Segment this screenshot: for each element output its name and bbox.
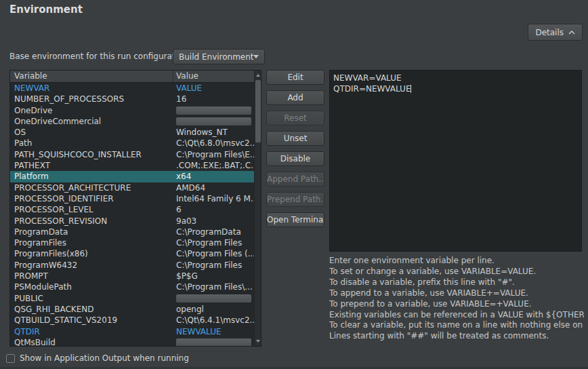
value-cell: C:\ProgramData <box>173 227 254 237</box>
table-scrollbar[interactable] <box>254 71 261 346</box>
help-line: To append to a variable, use VARIABLE+=V… <box>329 288 584 299</box>
empty-value-bar <box>176 294 251 303</box>
variable-cell: ProgramFiles(x86) <box>10 248 173 259</box>
table-row[interactable]: ProgramFiles(x86)C:\Program Files (... <box>10 248 254 259</box>
variable-cell: OneDrive <box>10 105 173 116</box>
value-cell: 16 <box>173 94 254 104</box>
table-row[interactable]: QTDIRNEWVALUE <box>10 326 254 337</box>
table-row[interactable]: PROCESSOR_LEVEL6 <box>10 204 254 215</box>
table-row[interactable]: QtMsBuild <box>10 337 254 346</box>
table-row[interactable]: OSWindows_NT <box>10 127 254 138</box>
help-line: To prepend to a variable, use VARIABLE=+… <box>329 299 584 310</box>
environment-panel: Environment Details Base environment for… <box>0 0 588 369</box>
table-row[interactable]: OneDriveCommercial <box>10 116 254 127</box>
details-button[interactable]: Details <box>528 24 583 41</box>
value-cell: $P$G <box>173 271 254 281</box>
variable-cell: PSModulePath <box>10 281 173 292</box>
append-path-button: Append Path... <box>266 172 324 187</box>
show-in-output-checkbox[interactable] <box>6 354 15 363</box>
add-button[interactable]: Add <box>266 90 324 105</box>
footer: Show in Application Output when running <box>6 353 189 363</box>
variable-cell: ProgramData <box>10 227 173 237</box>
variable-cell: PUBLIC <box>10 293 173 304</box>
variable-cell: OS <box>10 127 173 138</box>
disable-button[interactable]: Disable <box>266 151 324 166</box>
value-cell: x64 <box>173 171 254 182</box>
table-row[interactable]: ProgramW6432C:\Program Files <box>10 260 254 271</box>
table-row[interactable]: PROCESSOR_IDENTIFIERIntel64 Family 6 M..… <box>10 193 254 204</box>
value-cell <box>173 116 254 127</box>
variable-cell: QtMsBuild <box>10 337 173 346</box>
variable-cell: QSG_RHI_BACKEND <box>10 304 173 315</box>
unset-button[interactable]: Unset <box>266 131 324 146</box>
action-buttons: EditAddResetUnsetDisableAppend Path...Pr… <box>266 70 324 227</box>
variable-cell: PROCESSOR_ARCHITECTURE <box>10 182 173 193</box>
variable-cell: OneDriveCommercial <box>10 116 173 127</box>
value-cell: .COM;.EXE;.BAT;.C... <box>173 160 254 171</box>
table-row[interactable]: ProgramFilesC:\Program Files <box>10 237 254 248</box>
value-cell: C:\Program Files\... <box>173 281 254 292</box>
triangle-down-icon <box>256 340 260 343</box>
column-header-variable[interactable]: Variable <box>10 71 173 82</box>
help-line: To set or change a variable, use VARIABL… <box>329 267 584 277</box>
help-line: Existing variables can be referenced in … <box>329 310 584 321</box>
scroll-up-button[interactable] <box>255 71 261 79</box>
variable-cell: Path <box>10 138 173 149</box>
table-row[interactable]: PROMPT$P$G <box>10 271 254 281</box>
editor-line: QTDIR=NEWVALUE <box>333 83 578 94</box>
empty-value-bar <box>176 106 251 115</box>
table-row[interactable]: NEWVARVALUE <box>10 83 254 94</box>
value-cell <box>173 105 254 116</box>
reset-button: Reset <box>266 111 324 125</box>
base-environment-label: Base environment for this run configurat… <box>9 49 190 64</box>
details-label: Details <box>535 28 564 37</box>
table-row[interactable]: PUBLIC <box>10 293 254 304</box>
batch-editor[interactable]: NEWVAR=VALUEQTDIR=NEWVALUE <box>329 70 582 252</box>
table-row[interactable]: QTBUILD_STATIC_VS2019C:\Qt\6.4.1\msvc2..… <box>10 315 254 326</box>
variable-cell: PROCESSOR_REVISION <box>10 216 173 227</box>
variable-cell: QTBUILD_STATIC_VS2019 <box>10 315 173 326</box>
open-terminal-button[interactable]: Open Terminal <box>266 212 324 227</box>
empty-value-bar <box>176 117 251 125</box>
table-row[interactable]: PathC:\Qt\6.8.0\msvc2... <box>10 138 254 149</box>
base-environment-value: Build Environment <box>179 52 253 62</box>
base-environment-select[interactable]: Build Environment <box>173 49 265 64</box>
table-row[interactable]: ProgramDataC:\ProgramData <box>10 227 254 237</box>
table-row[interactable]: PATH_SQUISHCOCO_INSTALLERC:\Program File… <box>10 149 254 160</box>
variable-cell: ProgramFiles <box>10 237 173 248</box>
table-row[interactable]: NUMBER_OF_PROCESSORS16 <box>10 94 254 104</box>
table-row[interactable]: PSModulePathC:\Program Files\... <box>10 281 254 292</box>
help-line: Lines starting with "##" will be treated… <box>329 331 584 342</box>
help-line: To disable a variable, prefix this line … <box>329 277 584 288</box>
env-table-rows: NEWVARVALUENUMBER_OF_PROCESSORS16OneDriv… <box>10 83 254 346</box>
variable-cell: PATHEXT <box>10 160 173 171</box>
help-line: To clear a variable, put its name on a l… <box>329 320 584 331</box>
scroll-down-button[interactable] <box>255 337 261 345</box>
table-row[interactable]: Platformx64 <box>10 171 254 182</box>
prepend-path-button: Prepend Path... <box>266 192 324 207</box>
show-in-output-label: Show in Application Output when running <box>20 353 189 363</box>
table-row[interactable]: OneDrive <box>10 105 254 116</box>
text-caret <box>411 85 411 93</box>
table-row[interactable]: PROCESSOR_ARCHITECTUREAMD64 <box>10 182 254 193</box>
variable-cell: PATH_SQUISHCOCO_INSTALLER <box>10 149 173 160</box>
variable-cell: PROCESSOR_LEVEL <box>10 204 173 215</box>
value-cell: Windows_NT <box>173 127 254 138</box>
value-cell: C:\Qt\6.8.0\msvc2... <box>173 138 254 149</box>
value-cell: 6 <box>173 204 254 215</box>
scrollbar-thumb[interactable] <box>255 80 261 142</box>
column-header-value[interactable]: Value <box>173 71 261 82</box>
help-line: Enter one environment variable per line. <box>329 256 584 267</box>
value-cell: 9a03 <box>173 216 254 227</box>
table-row[interactable]: QSG_RHI_BACKENDopengl <box>10 304 254 315</box>
table-row[interactable]: PATHEXT.COM;.EXE;.BAT;.C... <box>10 160 254 171</box>
value-cell <box>173 337 254 346</box>
value-cell: C:\Program Files <box>173 260 254 271</box>
value-cell: C:\Program Files (... <box>173 248 254 259</box>
help-text: Enter one environment variable per line.… <box>329 256 584 342</box>
edit-button[interactable]: Edit <box>266 70 324 85</box>
value-cell: C:\Program Files <box>173 237 254 248</box>
table-row[interactable]: PROCESSOR_REVISION9a03 <box>10 216 254 227</box>
variable-cell: QTDIR <box>10 326 173 337</box>
value-cell: opengl <box>173 304 254 315</box>
